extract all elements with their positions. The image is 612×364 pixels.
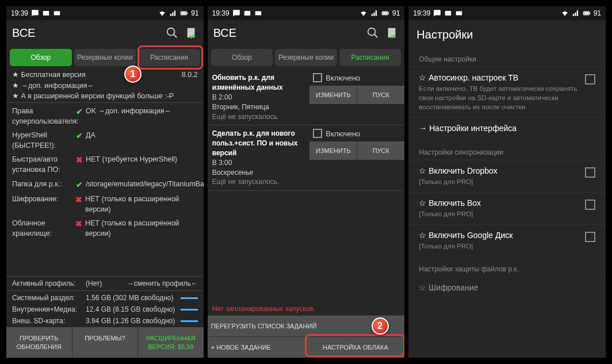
enabled-checkbox[interactable]: [313, 129, 322, 138]
pro-only: [Только для PRO]: [419, 177, 579, 186]
status-bar: 19:39 91: [408, 6, 606, 20]
tab-schedules[interactable]: Расписания: [339, 49, 401, 66]
enabled-checkbox[interactable]: [313, 73, 322, 82]
folder-label: Папка для р.к.:: [12, 179, 75, 189]
svg-rect-3: [182, 12, 186, 14]
app-bar: ВСЕ: [6, 20, 204, 45]
tab-backups[interactable]: Резервные копии: [74, 49, 136, 66]
pro-version-button[interactable]: РАСШИРЕННАЯ ВЕРСИЯ: $5,99: [138, 327, 204, 358]
bottom-bar: ПРОВЕРИТЬ ОБНОВЛЕНИЯ ПРОБЛЕМЫ? РАСШИРЕНН…: [6, 327, 204, 358]
battery-icon: [583, 9, 591, 17]
svg-rect-9: [255, 12, 261, 16]
svg-rect-0: [43, 11, 49, 16]
check-updates-button[interactable]: ПРОВЕРИТЬ ОБНОВЛЕНИЯ: [6, 327, 72, 358]
auto-value: НЕТ (требуется HyperShell): [86, 154, 177, 164]
int-bar: [181, 309, 198, 311]
status-bar: 19:39 91: [208, 6, 405, 20]
folder-value: /storage/emulated/legacy/TitaniumBackup: [86, 179, 204, 189]
section-general: Общие настройки: [408, 47, 606, 67]
tab-backups[interactable]: Резервные копии: [275, 49, 337, 66]
hyper-label: HyperShell (БЫСТРЕЕ!):: [12, 130, 75, 151]
clock: 19:39: [11, 9, 28, 17]
check-doc-icon[interactable]: [386, 26, 399, 39]
sd-label: Внеш. SD-карта:: [12, 317, 86, 325]
cloud-value: НЕТ (только в расширенной версии): [85, 218, 198, 239]
no-runs-text: Нет запланированных запусков.: [208, 302, 405, 315]
clock: 19:39: [212, 9, 230, 17]
dropbox-item[interactable]: ☆ Включить Dropbox[Только для PRO]: [408, 160, 606, 192]
run-button[interactable]: ПУСК: [357, 86, 404, 104]
signal-icon: [370, 9, 378, 17]
card-icon: [455, 9, 463, 17]
search-icon[interactable]: [166, 26, 178, 39]
cloud-settings-button[interactable]: НАСТРОЙКА ОБЛАКА: [307, 337, 405, 358]
enabled-label: Включено: [326, 129, 360, 138]
tab-schedules[interactable]: Расписания: [138, 49, 200, 66]
box-checkbox[interactable]: [585, 200, 595, 210]
task-days: Воскресенье: [212, 168, 305, 178]
svg-point-13: [368, 28, 376, 36]
tab-overview[interactable]: Обзор: [10, 49, 72, 66]
change-profile[interactable]: →сменить профиль←: [127, 279, 198, 288]
dropbox-checkbox[interactable]: [585, 167, 595, 178]
svg-rect-11: [382, 12, 387, 14]
signal-icon: [169, 9, 177, 17]
task-title: Сделать р.к. для нового польз.+сист. ПО …: [212, 129, 305, 158]
gdrive-item[interactable]: ☆ Включить Google Диск[Только для PRO]: [408, 224, 606, 256]
svg-rect-17: [456, 12, 462, 16]
card-icon: [53, 9, 61, 17]
sys-bar: [181, 297, 198, 299]
run-button[interactable]: ПУСК: [357, 141, 404, 160]
svg-line-14: [374, 35, 378, 38]
root-value: OK →доп. информация←: [86, 106, 171, 116]
more-info-link[interactable]: ★ →доп. информация←: [12, 81, 198, 91]
battery-pct: 91: [594, 9, 601, 17]
svg-rect-12: [388, 13, 389, 14]
battery-pct: 91: [191, 9, 198, 17]
encryption-item[interactable]: ☆ Шифрование: [408, 277, 606, 300]
clock: 19:39: [413, 9, 430, 17]
settings-title: Настройки: [408, 20, 606, 47]
check-doc-icon[interactable]: [185, 26, 198, 39]
task-last: Ещё не запускалось.: [212, 112, 305, 122]
box-title: ☆ Включить Box: [419, 198, 579, 208]
cross-icon: ✖: [75, 194, 83, 205]
sys-value: 1.56 GB (302 MB свободно): [86, 294, 178, 302]
status-bar: 19:39 91: [6, 6, 204, 20]
tabs: Обзор Резервные копии Расписания: [208, 45, 405, 70]
enabled-label: Включено: [326, 74, 360, 82]
task-title: Обновить р.к. для изменённых данных: [212, 73, 305, 93]
new-task-button[interactable]: + НОВОЕ ЗАДАНИЕ: [208, 337, 307, 358]
box-item[interactable]: ☆ Включить Box[Только для PRO]: [408, 192, 606, 224]
chat-icon: [433, 9, 441, 17]
msg-icon: [42, 9, 50, 17]
cloud-label: Облачное хранилище:: [12, 218, 75, 239]
svg-rect-19: [584, 12, 588, 14]
edit-button[interactable]: ИЗМЕНИТЬ: [309, 86, 357, 104]
task-time: В 3:00: [212, 158, 305, 168]
wifi-icon: [561, 9, 569, 17]
app-version: 8.0.2: [182, 70, 198, 80]
autosync-checkbox[interactable]: [585, 74, 595, 85]
enc-value: НЕТ (только в расширенной версии): [85, 194, 198, 214]
hyper-value: ДА: [86, 130, 95, 140]
svg-rect-16: [445, 11, 452, 16]
screen-schedules: 19:39 91 ВСЕ Обзор Резервные копии Распи…: [207, 6, 406, 358]
autosync-item[interactable]: ☆ Автосинхр. настроек TBЕсли включено, T…: [408, 67, 606, 117]
screen-overview: 19:39 91 ВСЕ Обзор Резервные копии Распи…: [6, 6, 204, 358]
problems-button[interactable]: ПРОБЛЕМЫ?: [72, 327, 139, 358]
search-icon[interactable]: [366, 26, 379, 39]
edit-button[interactable]: ИЗМЕНИТЬ: [309, 141, 357, 160]
ui-settings-item[interactable]: → Настройки интерфейса: [408, 117, 606, 140]
check-icon: ✔: [75, 130, 83, 141]
card-icon: [254, 9, 262, 17]
signal-icon: [572, 9, 580, 17]
wifi-icon: [158, 9, 166, 17]
battery-pct: 91: [392, 9, 400, 17]
gdrive-checkbox[interactable]: [585, 232, 595, 242]
svg-rect-4: [188, 13, 188, 14]
tab-overview[interactable]: Обзор: [211, 49, 273, 66]
auto-label: Быстрая/авто установка ПО:: [12, 154, 75, 175]
sys-label: Системный раздел:: [12, 294, 86, 302]
msg-icon: [243, 9, 251, 17]
